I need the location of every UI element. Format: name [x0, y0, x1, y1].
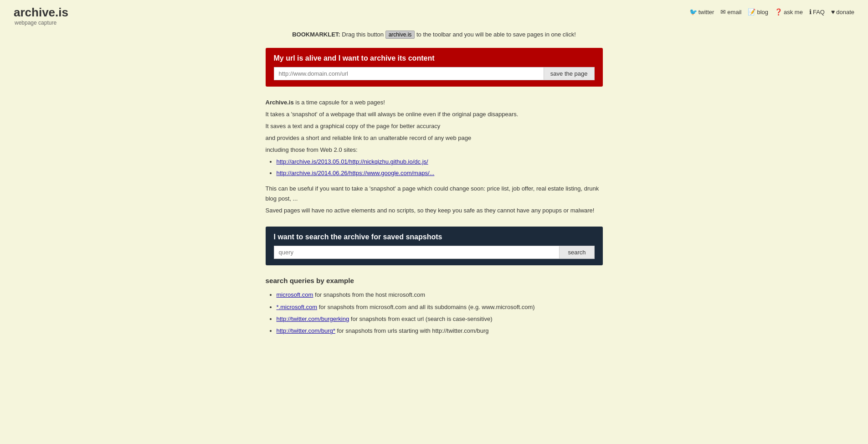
- info-line3: It saves a text and a graphical copy of …: [266, 121, 603, 131]
- faq-link[interactable]: ℹ FAQ: [809, 8, 825, 15]
- info-note2: Saved pages will have no active elements…: [266, 206, 603, 216]
- twitter-icon: 🐦: [689, 8, 697, 15]
- examples-heading: search queries by example: [266, 274, 603, 287]
- info-line5: including those from Web 2.0 sites:: [266, 145, 603, 155]
- archive-section-title: My url is alive and I want to archive it…: [274, 54, 595, 62]
- info-line4: and provides a short and reliable link t…: [266, 133, 603, 143]
- list-item: http://twitter.com/burgerking for snapsh…: [277, 314, 603, 324]
- examples-section: search queries by example microsoft.com …: [266, 274, 603, 336]
- email-link[interactable]: ✉ email: [720, 8, 741, 15]
- search-section: I want to search the archive for saved s…: [266, 227, 603, 265]
- blog-label: blog: [757, 9, 768, 15]
- example-query-link[interactable]: http://twitter.com/burg*: [277, 327, 335, 334]
- nav-links: 🐦 twitter ✉ email 📝 blog ❓ ask me ℹ FAQ …: [689, 5, 854, 15]
- info-note1: This can be useful if you want to take a…: [266, 184, 603, 204]
- info-line2: It takes a 'snapshot' of a webpage that …: [266, 109, 603, 119]
- search-button[interactable]: search: [560, 246, 594, 259]
- example-link-1[interactable]: http://archive.is/2013.05.01/http://nick…: [277, 158, 428, 165]
- bookmarklet-suffix: to the toolbar and you will be able to s…: [416, 31, 576, 38]
- info-line1: Archive.is is a time capsule for a web p…: [266, 98, 603, 108]
- list-item: http://twitter.com/burg* for snapshots f…: [277, 325, 603, 336]
- list-item: microsoft.com for snapshots from the hos…: [277, 289, 603, 300]
- tagline: webpage capture: [15, 20, 68, 26]
- save-page-button[interactable]: save the page: [544, 67, 595, 80]
- list-item: *.microsoft.com for snapshots from micro…: [277, 302, 603, 312]
- header: archive.is webpage capture 🐦 twitter ✉ e…: [0, 0, 868, 29]
- ask-icon: ❓: [775, 8, 782, 15]
- faq-label: FAQ: [813, 9, 825, 15]
- archive-form: save the page: [274, 67, 595, 80]
- info-line1-text: is a time capsule for a web pages!: [294, 99, 385, 106]
- brand-name: Archive.is: [266, 99, 294, 106]
- ask-me-link[interactable]: ❓ ask me: [775, 8, 803, 15]
- blog-link[interactable]: 📝 blog: [748, 8, 768, 15]
- main-content: My url is alive and I want to archive it…: [257, 43, 612, 342]
- info-section: Archive.is is a time capsule for a web p…: [266, 98, 603, 216]
- faq-icon: ℹ: [809, 8, 812, 15]
- list-item: http://archive.is/2014.06.26/https://www…: [277, 168, 603, 178]
- bookmarklet-bar: BOOKMARKLET: Drag this button archive.is…: [0, 29, 868, 43]
- example-query-link[interactable]: microsoft.com: [277, 291, 313, 298]
- url-input[interactable]: [274, 67, 544, 80]
- search-section-title: I want to search the archive for saved s…: [274, 233, 595, 241]
- example-link-2[interactable]: http://archive.is/2014.06.26/https://www…: [277, 170, 435, 176]
- donate-icon: ♥: [831, 8, 835, 15]
- email-icon: ✉: [720, 8, 726, 15]
- logo-area: archive.is webpage capture: [14, 5, 68, 26]
- site-logo[interactable]: archive.is: [14, 5, 68, 19]
- search-form: search: [274, 246, 595, 259]
- bookmarklet-description: Drag this button: [342, 31, 385, 38]
- info-example-links: http://archive.is/2013.05.01/http://nick…: [277, 157, 603, 178]
- examples-list: microsoft.com for snapshots from the hos…: [277, 289, 603, 336]
- ask-me-label: ask me: [784, 9, 803, 15]
- bookmarklet-button[interactable]: archive.is: [385, 31, 415, 39]
- twitter-label: twitter: [699, 9, 714, 15]
- twitter-link[interactable]: 🐦 twitter: [689, 8, 714, 15]
- example-query-link[interactable]: http://twitter.com/burgerking: [277, 315, 349, 322]
- blog-icon: 📝: [748, 8, 755, 15]
- donate-label: donate: [836, 9, 854, 15]
- archive-section: My url is alive and I want to archive it…: [266, 48, 603, 87]
- search-input[interactable]: [274, 246, 560, 259]
- email-label: email: [727, 9, 741, 15]
- example-query-link[interactable]: *.microsoft.com: [277, 304, 318, 310]
- list-item: http://archive.is/2013.05.01/http://nick…: [277, 157, 603, 167]
- donate-link[interactable]: ♥ donate: [831, 8, 854, 15]
- bookmarklet-prefix: BOOKMARKLET:: [292, 31, 340, 38]
